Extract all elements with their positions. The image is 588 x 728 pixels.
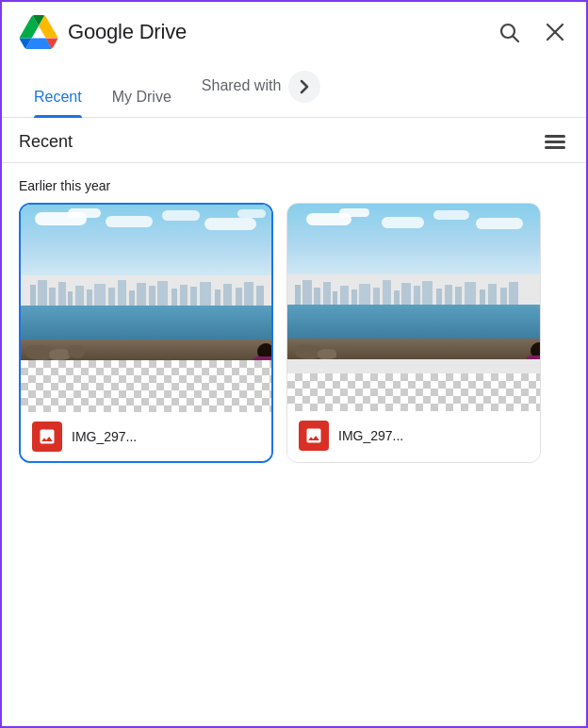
tab-recent[interactable]: Recent (19, 79, 97, 117)
file-name-2: IMG_297... (338, 428, 403, 443)
google-drive-logo-icon (19, 15, 58, 49)
group-label-earlier-this-year: Earlier this year (2, 163, 586, 203)
file-footer-1: IMG_297... (21, 412, 271, 461)
search-button[interactable] (494, 17, 524, 47)
app-header: Google Drive (2, 2, 586, 58)
image-file-icon-2 (304, 426, 323, 445)
logo-area: Google Drive (19, 15, 494, 49)
app-title: Google Drive (68, 20, 187, 44)
close-icon (545, 22, 565, 42)
close-button[interactable] (541, 18, 569, 46)
header-actions (494, 17, 569, 47)
file-footer-2: IMG_297... (287, 411, 540, 460)
file-thumbnail-2 (287, 204, 540, 411)
chevron-right-icon (297, 79, 312, 94)
tabs-bar: Recent My Drive Shared with (2, 58, 586, 118)
section-title: Recent (19, 132, 73, 152)
file-type-icon-2 (299, 421, 329, 451)
list-view-icon (545, 135, 565, 149)
file-grid: IMG_297... (2, 203, 586, 480)
file-name-1: IMG_297... (72, 429, 137, 444)
tabs-more-button[interactable] (288, 71, 320, 103)
file-thumbnail-1 (21, 205, 271, 412)
file-card-2[interactable]: IMG_297... (286, 203, 541, 463)
tab-shared-with[interactable]: Shared with (187, 68, 286, 106)
svg-line-1 (514, 37, 519, 42)
image-file-icon (38, 427, 57, 446)
file-type-icon-1 (32, 422, 62, 452)
tab-shared-with-area: Shared with (187, 58, 325, 117)
tab-my-drive[interactable]: My Drive (97, 79, 187, 117)
list-view-toggle-button[interactable] (541, 131, 569, 153)
file-card-1[interactable]: IMG_297... (19, 203, 273, 463)
section-header: Recent (2, 118, 586, 162)
search-icon (498, 21, 520, 43)
